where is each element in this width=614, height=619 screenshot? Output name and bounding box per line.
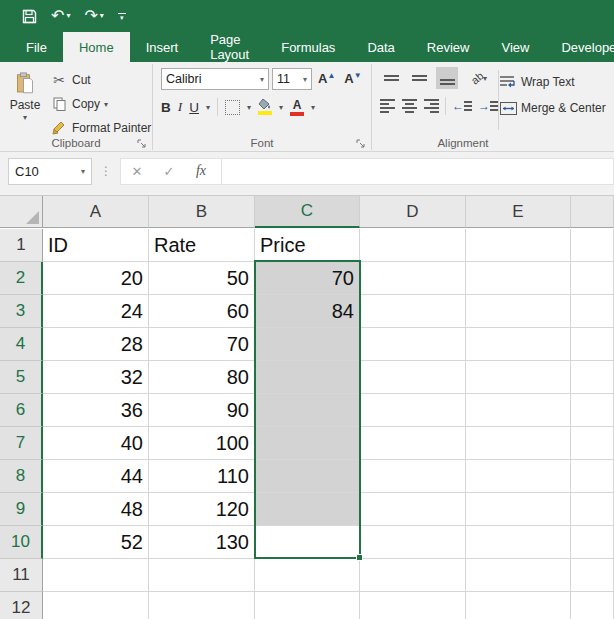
cell-C4[interactable] xyxy=(255,328,360,361)
cell-D1[interactable] xyxy=(360,229,466,262)
merge-center-button[interactable]: Merge & Center xyxy=(499,96,606,120)
cell-B7[interactable]: 100 xyxy=(149,427,255,460)
borders-dropdown-icon[interactable]: ▾ xyxy=(247,103,251,112)
cell-A2[interactable]: 20 xyxy=(43,262,149,295)
cell-B8[interactable]: 110 xyxy=(149,460,255,493)
cell-C7[interactable] xyxy=(255,427,360,460)
save-icon[interactable] xyxy=(22,9,37,24)
redo-icon[interactable]: ↷▾ xyxy=(84,8,103,24)
cell-E12[interactable] xyxy=(466,592,571,619)
name-box-dropdown-icon[interactable]: ▾ xyxy=(81,167,85,176)
cell-partial-4[interactable] xyxy=(571,328,614,361)
wrap-text-button[interactable]: Wrap Text xyxy=(499,70,606,94)
increase-indent-button[interactable]: → xyxy=(478,95,498,117)
underline-button[interactable]: U xyxy=(189,100,199,115)
cell-C1[interactable]: Price xyxy=(255,229,360,262)
cell-C9[interactable] xyxy=(255,493,360,526)
row-header-11[interactable]: 11 xyxy=(0,559,43,592)
cell-partial-2[interactable] xyxy=(571,262,614,295)
column-header-C[interactable]: C xyxy=(255,196,360,228)
cell-B3[interactable]: 60 xyxy=(149,295,255,328)
cell-D3[interactable] xyxy=(360,295,466,328)
cell-E6[interactable] xyxy=(466,394,571,427)
cell-B1[interactable]: Rate xyxy=(149,229,255,262)
cut-button[interactable]: ✂ Cut xyxy=(50,70,151,90)
format-painter-button[interactable]: Format Painter xyxy=(50,118,151,138)
tab-page-layout[interactable]: Page Layout xyxy=(194,32,265,62)
italic-button[interactable]: I xyxy=(178,99,183,115)
cell-B10[interactable]: 130 xyxy=(149,526,255,559)
cell-A7[interactable]: 40 xyxy=(43,427,149,460)
tab-developer[interactable]: Developer xyxy=(545,32,614,62)
cell-partial-7[interactable] xyxy=(571,427,614,460)
column-header-A[interactable]: A xyxy=(43,196,149,228)
cell-partial-6[interactable] xyxy=(571,394,614,427)
tab-file[interactable]: File xyxy=(10,32,63,62)
cell-E4[interactable] xyxy=(466,328,571,361)
font-color-dropdown-icon[interactable]: ▾ xyxy=(311,103,315,112)
select-all-corner[interactable] xyxy=(0,196,43,228)
cell-C10[interactable] xyxy=(255,526,360,559)
customize-quick-access-toolbar-icon[interactable]: ▾ xyxy=(118,13,126,20)
cell-partial-11[interactable] xyxy=(571,559,614,592)
cell-C3[interactable]: 84 xyxy=(255,295,360,328)
cell-A8[interactable]: 44 xyxy=(43,460,149,493)
cell-E9[interactable] xyxy=(466,493,571,526)
cell-A9[interactable]: 48 xyxy=(43,493,149,526)
row-header-5[interactable]: 5 xyxy=(0,361,43,394)
font-name-select[interactable]: Calibri ▾ xyxy=(161,68,269,90)
align-bottom-button[interactable] xyxy=(436,67,458,89)
row-header-2[interactable]: 2 xyxy=(0,262,43,295)
cell-partial-10[interactable] xyxy=(571,526,614,559)
cell-D4[interactable] xyxy=(360,328,466,361)
cell-A6[interactable]: 36 xyxy=(43,394,149,427)
font-color-button[interactable]: A xyxy=(290,99,304,116)
cell-D6[interactable] xyxy=(360,394,466,427)
cell-E5[interactable] xyxy=(466,361,571,394)
column-header-E[interactable]: E xyxy=(466,196,571,228)
decrease-indent-button[interactable]: ← xyxy=(452,95,472,117)
tab-review[interactable]: Review xyxy=(411,32,486,62)
align-center-button[interactable] xyxy=(402,95,418,117)
undo-dropdown-icon[interactable]: ▾ xyxy=(66,12,70,20)
cell-partial-3[interactable] xyxy=(571,295,614,328)
font-size-select[interactable]: 11 ▾ xyxy=(272,68,312,90)
cell-A5[interactable]: 32 xyxy=(43,361,149,394)
row-header-4[interactable]: 4 xyxy=(0,328,43,361)
cell-B2[interactable]: 50 xyxy=(149,262,255,295)
tab-data[interactable]: Data xyxy=(351,32,410,62)
cell-E11[interactable] xyxy=(466,559,571,592)
cell-A4[interactable]: 28 xyxy=(43,328,149,361)
insert-function-button[interactable]: fx xyxy=(185,163,217,179)
align-right-button[interactable] xyxy=(424,95,440,117)
decrease-font-size-button[interactable]: A▼ xyxy=(341,71,364,86)
cell-partial-8[interactable] xyxy=(571,460,614,493)
copy-button[interactable]: Copy ▾ xyxy=(50,94,151,114)
cell-D5[interactable] xyxy=(360,361,466,394)
borders-icon[interactable] xyxy=(225,100,240,115)
cell-C6[interactable] xyxy=(255,394,360,427)
row-header-3[interactable]: 3 xyxy=(0,295,43,328)
cell-A12[interactable] xyxy=(43,592,149,619)
row-header-6[interactable]: 6 xyxy=(0,394,43,427)
cell-D11[interactable] xyxy=(360,559,466,592)
row-header-7[interactable]: 7 xyxy=(0,427,43,460)
tab-view[interactable]: View xyxy=(485,32,545,62)
column-header-partial[interactable] xyxy=(571,196,614,228)
align-left-button[interactable] xyxy=(380,95,396,117)
cell-E3[interactable] xyxy=(466,295,571,328)
column-header-B[interactable]: B xyxy=(149,196,255,228)
redo-dropdown-icon[interactable]: ▾ xyxy=(100,12,104,20)
cell-B5[interactable]: 80 xyxy=(149,361,255,394)
cell-D7[interactable] xyxy=(360,427,466,460)
underline-dropdown-icon[interactable]: ▾ xyxy=(206,103,210,112)
cell-A10[interactable]: 52 xyxy=(43,526,149,559)
cell-A11[interactable] xyxy=(43,559,149,592)
row-header-9[interactable]: 9 xyxy=(0,493,43,526)
orientation-button[interactable]: ab ▾ xyxy=(464,67,494,89)
copy-dropdown-icon[interactable]: ▾ xyxy=(104,100,108,109)
cell-B11[interactable] xyxy=(149,559,255,592)
cancel-button[interactable]: ✕ xyxy=(121,164,153,179)
cell-partial-12[interactable] xyxy=(571,592,614,619)
cell-D10[interactable] xyxy=(360,526,466,559)
